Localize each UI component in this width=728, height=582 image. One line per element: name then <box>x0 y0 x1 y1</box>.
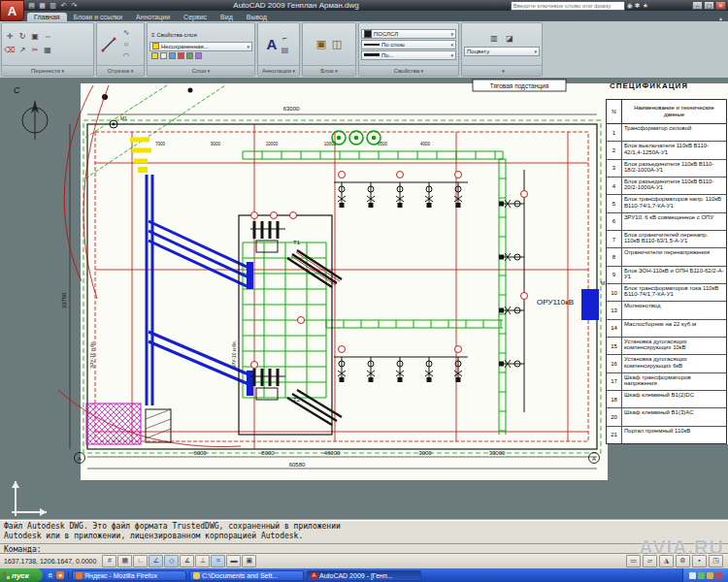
undo-icon[interactable]: ↶ <box>59 1 68 10</box>
drawing-area[interactable]: С М1 Тяговая подстанция 63000 33750 <box>0 78 728 519</box>
command-window: Файл Autodesk DWG. Это файл формата Trus… <box>0 519 728 553</box>
circle-icon[interactable]: ○ <box>120 39 132 50</box>
svg-text:ЗРУ-10 и бл.: ЗРУ-10 и бл. <box>89 340 95 369</box>
start-button[interactable]: пуск <box>0 568 43 582</box>
model-button[interactable]: ▭ <box>626 555 641 567</box>
copy-icon[interactable]: ▣ <box>29 31 41 43</box>
tray-icon-4[interactable] <box>715 572 722 579</box>
open-icon[interactable]: ▤ <box>27 1 36 10</box>
tab-glavnaya[interactable]: Главная <box>27 13 67 21</box>
svg-text:9000: 9000 <box>211 142 221 146</box>
panel-annotation-label[interactable]: Аннотации <box>258 65 299 76</box>
comm-center-icon[interactable]: ✱ <box>635 2 641 10</box>
spec-row: 6ЗРУ10, 6 кВ совмещенное с ОПУ <box>607 213 726 231</box>
task-explorer[interactable]: C:\Documents and Sett... <box>189 570 304 581</box>
lock-toggle[interactable]: ▪ <box>692 555 707 567</box>
polyline-icon[interactable]: ∿ <box>120 27 132 39</box>
dyn-toggle[interactable]: ≡ <box>211 555 225 567</box>
ducs-toggle[interactable]: ⊥ <box>195 555 210 567</box>
arc-icon[interactable]: ◠ <box>120 50 132 62</box>
insert-block-icon[interactable]: ▣ <box>315 39 327 50</box>
panel-draw-label[interactable]: Отрезок <box>97 65 144 76</box>
tray-icon-3[interactable] <box>707 572 713 579</box>
layout-button[interactable]: ▱ <box>643 555 657 567</box>
dimension-icon[interactable]: ⌐ <box>279 33 290 45</box>
polar-toggle[interactable]: ∠ <box>149 555 163 567</box>
spec-row: 2Блок выключателя 110кВ В110-42/1,4-1250… <box>607 142 726 159</box>
lwt-toggle[interactable]: ▬ <box>226 555 241 567</box>
spec-table-title: СПЕЦИФИКАЦИЯ <box>610 81 726 90</box>
svg-text:10000: 10000 <box>266 142 279 146</box>
layer-freeze-icon[interactable] <box>160 52 167 59</box>
close-button[interactable]: ✕ <box>715 1 726 10</box>
favorites-icon[interactable]: ★ <box>643 2 648 10</box>
minimize-button[interactable]: – <box>692 1 703 10</box>
mirror-icon[interactable]: ⇔ <box>42 31 53 43</box>
snap-toggle[interactable]: # <box>102 555 116 567</box>
match-properties-icon[interactable]: ◪ <box>504 33 515 45</box>
ie-icon[interactable]: e <box>47 571 54 579</box>
tab-servis[interactable]: Сервис <box>177 13 214 21</box>
tab-vid[interactable]: Вид <box>214 13 240 21</box>
layer-color-icon[interactable] <box>178 52 184 59</box>
spec-col-name: Наименование и технические данные <box>622 100 726 123</box>
cleanscreen-button[interactable]: ◳ <box>709 555 723 567</box>
svg-text:А: А <box>78 456 82 462</box>
paste-icon[interactable]: ▥ <box>488 33 500 45</box>
task-firefox[interactable]: Яндекс - Mozilla Firefox <box>72 570 186 581</box>
save-icon[interactable]: ▦ <box>38 1 47 10</box>
array-icon[interactable]: ▦ <box>42 45 53 56</box>
match-dropdown[interactable]: Поцвету <box>464 47 540 56</box>
tab-vyvod[interactable]: Вывод <box>240 13 274 21</box>
panel-layers: ≡ Свойства слоя Несохраненная... Слои <box>147 22 255 77</box>
status-bar: 1637.1738, 1206.1647, 0.0000 # ▦ ∟ ∠ ◇ ∡… <box>0 553 728 568</box>
otrack-toggle[interactable]: ∡ <box>180 555 194 567</box>
table-icon[interactable]: ▤ <box>279 45 290 56</box>
workspace-button[interactable]: ⚙ <box>676 555 690 567</box>
lineweight-dropdown[interactable]: По... <box>361 50 456 60</box>
panel-block-label[interactable]: Блок <box>303 65 355 76</box>
create-block-icon[interactable]: ◫ <box>331 39 343 50</box>
qp-toggle[interactable]: ▣ <box>242 555 256 567</box>
browser-icon[interactable]: ● <box>56 571 64 579</box>
tray-icon-2[interactable] <box>698 572 705 579</box>
ortho-toggle[interactable]: ∟ <box>133 555 148 567</box>
panel-properties-label[interactable]: Свойства <box>359 65 458 76</box>
color-dropdown[interactable]: ПОСЛСЛ <box>361 29 456 39</box>
tray-icon-1[interactable] <box>689 572 696 579</box>
tab-bloki[interactable]: Блоки и ссылки <box>67 13 129 21</box>
menu-browser-button[interactable]: A <box>0 0 24 21</box>
rotate-icon[interactable]: ↻ <box>17 31 28 43</box>
maximize-button[interactable]: ▢ <box>704 1 714 10</box>
info-center: ◉ ✱ ★ <box>511 1 648 11</box>
task-autocad[interactable]: A AutoCAD 2009 - [Генп... <box>307 570 421 581</box>
trim-icon[interactable]: ✂ <box>29 45 41 56</box>
panel-layers-label[interactable]: Слои <box>148 65 254 76</box>
layer-isolate-icon[interactable] <box>195 52 202 59</box>
panel-modify-label[interactable]: Перенести <box>2 65 93 76</box>
scale-icon[interactable]: ↗ <box>17 45 28 56</box>
linetype-dropdown[interactable]: По слою <box>361 40 456 49</box>
erase-icon[interactable]: ⌫ <box>4 45 16 56</box>
layer-properties-button[interactable]: ≡ Свойства слоя <box>149 30 252 41</box>
layer-lock-icon[interactable] <box>169 52 176 59</box>
line-icon[interactable] <box>99 33 118 56</box>
search-icon[interactable]: ◉ <box>627 2 633 10</box>
layer-plot-icon[interactable] <box>186 52 193 59</box>
osnap-toggle[interactable]: ◇ <box>164 555 179 567</box>
grid-toggle[interactable]: ▦ <box>117 555 132 567</box>
tab-annotacii[interactable]: Аннотации <box>129 13 177 21</box>
ribbon-minimize-icon[interactable]: ▴ <box>719 15 722 21</box>
plot-icon[interactable]: ▥ <box>49 1 57 10</box>
redo-icon[interactable]: ↷ <box>70 1 79 10</box>
move-icon[interactable]: ✛ <box>4 31 16 43</box>
layer-dropdown[interactable]: Несохраненная... <box>149 42 252 51</box>
layers-icon: ≡ <box>151 32 155 38</box>
lineweight-icon <box>364 53 380 56</box>
mtext-button[interactable]: А <box>267 37 278 51</box>
annotation-scale-button[interactable]: ◮ <box>659 555 674 567</box>
search-input[interactable] <box>511 1 625 11</box>
svg-text:ОРУ110кВ: ОРУ110кВ <box>537 298 574 307</box>
spec-row: 16Установка дугогасящих компенсирующих 6… <box>607 355 726 372</box>
layer-on-icon[interactable] <box>151 52 158 59</box>
